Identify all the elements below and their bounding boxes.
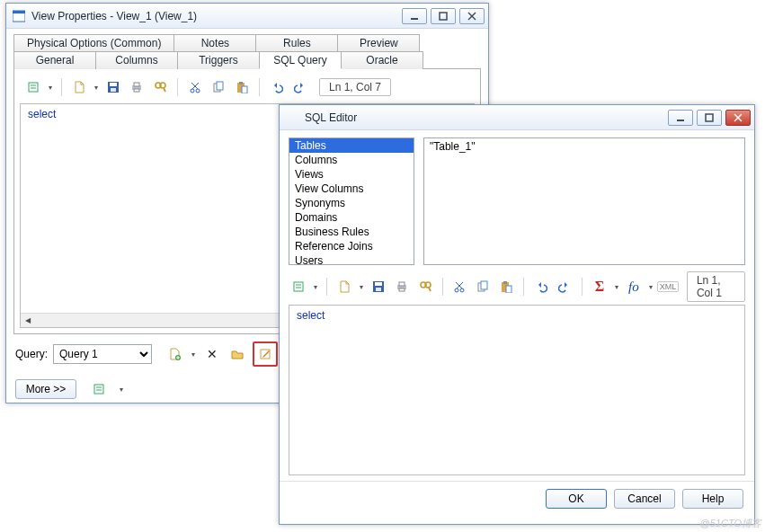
list-item[interactable]: Domains xyxy=(289,210,414,225)
list-item[interactable]: Synonyms xyxy=(289,196,414,210)
sigma-icon[interactable]: Σ xyxy=(590,277,609,297)
svg-rect-10 xyxy=(110,83,117,86)
svg-rect-38 xyxy=(294,282,303,291)
object-item[interactable]: "Table_1" xyxy=(430,140,739,153)
new-query-dropdown[interactable]: ▾ xyxy=(190,350,197,359)
minimize-button[interactable] xyxy=(402,8,427,24)
svg-line-21 xyxy=(191,83,198,89)
sql-editor-titlebar: . SQL Editor xyxy=(280,105,754,130)
svg-point-50 xyxy=(455,288,458,292)
se-paste-icon[interactable] xyxy=(496,277,516,297)
se-cursor-status: Ln 1, Col 1 xyxy=(687,271,745,302)
window-icon xyxy=(12,9,26,23)
svg-rect-11 xyxy=(111,88,116,92)
more-button[interactable]: More >> xyxy=(15,379,76,399)
format-menu-icon[interactable] xyxy=(23,77,43,97)
se-cut-icon[interactable] xyxy=(449,277,469,297)
se-code-content: select xyxy=(297,309,325,322)
tab-oracle[interactable]: Oracle xyxy=(341,51,423,69)
query-label: Query: xyxy=(15,348,48,360)
list-item[interactable]: Business Rules xyxy=(289,225,414,239)
svg-rect-55 xyxy=(481,281,487,289)
tab-sql-query[interactable]: SQL Query xyxy=(259,51,342,69)
svg-line-52 xyxy=(457,282,463,288)
cut-icon[interactable] xyxy=(185,77,205,97)
svg-rect-14 xyxy=(134,89,139,92)
se-redo-icon[interactable] xyxy=(555,277,574,297)
fo-dropdown[interactable]: ▾ xyxy=(647,283,654,291)
se-print-icon[interactable] xyxy=(392,277,412,297)
list-item[interactable]: Reference Joins xyxy=(289,239,414,253)
svg-rect-45 xyxy=(399,282,405,286)
se-format-menu-icon[interactable] xyxy=(289,277,308,297)
view-properties-titlebar: View Properties - View_1 (View_1) xyxy=(6,4,488,29)
print-icon[interactable] xyxy=(127,77,147,97)
se-maximize-button[interactable] xyxy=(697,110,722,126)
svg-point-19 xyxy=(196,89,200,93)
list-item[interactable]: Columns xyxy=(289,153,414,167)
new-query-icon[interactable] xyxy=(165,344,184,364)
list-item[interactable]: Tables xyxy=(289,138,414,153)
list-item[interactable]: Views xyxy=(289,167,414,182)
tab-row-1: Physical Options (Common) Notes Rules Pr… xyxy=(13,34,481,51)
svg-rect-57 xyxy=(503,281,507,284)
undo-icon[interactable] xyxy=(267,77,287,97)
save-icon[interactable] xyxy=(103,77,123,97)
se-close-button[interactable] xyxy=(725,110,751,126)
open-query-folder-icon[interactable] xyxy=(227,344,247,364)
tab-triggers[interactable]: Triggers xyxy=(177,51,260,69)
svg-line-53 xyxy=(456,282,462,288)
tab-rules[interactable]: Rules xyxy=(255,34,338,51)
redo-icon[interactable] xyxy=(290,77,310,97)
tab-physical-options[interactable]: Physical Options (Common) xyxy=(13,34,174,51)
fo-icon[interactable]: fo xyxy=(624,277,644,297)
tab-notes[interactable]: Notes xyxy=(173,34,256,51)
svg-rect-3 xyxy=(440,13,447,20)
list-item[interactable]: View Columns xyxy=(289,182,414,196)
paste-icon[interactable] xyxy=(232,77,252,97)
edit-query-highlight xyxy=(253,341,278,367)
edit-query-button[interactable] xyxy=(255,344,275,364)
se-undo-icon[interactable] xyxy=(531,277,551,297)
code-content: select xyxy=(28,108,56,120)
se-save-icon[interactable] xyxy=(369,277,388,297)
svg-rect-25 xyxy=(239,82,243,84)
se-copy-icon[interactable] xyxy=(473,277,493,297)
watermark: @51CTO博客 xyxy=(700,517,761,530)
page-options-dropdown[interactable]: ▾ xyxy=(93,84,100,92)
sql-editor-window: . SQL Editor Tables Columns Views View C… xyxy=(279,104,755,525)
close-button[interactable] xyxy=(459,8,485,24)
sigma-dropdown[interactable]: ▾ xyxy=(613,283,620,291)
se-minimize-button[interactable] xyxy=(668,110,693,126)
list-item[interactable]: Users xyxy=(289,253,414,265)
se-format-menu-dropdown[interactable]: ▾ xyxy=(312,283,319,291)
se-ok-button[interactable]: OK xyxy=(546,489,607,509)
svg-rect-43 xyxy=(376,288,381,291)
format-menu-dropdown[interactable]: ▾ xyxy=(47,84,54,92)
tab-preview[interactable]: Preview xyxy=(337,34,420,51)
footer-options-icon[interactable] xyxy=(89,379,109,399)
se-help-button[interactable]: Help xyxy=(682,489,743,509)
svg-rect-13 xyxy=(134,83,139,86)
copy-icon[interactable] xyxy=(209,77,228,97)
footer-options-dropdown[interactable]: ▾ xyxy=(118,386,125,394)
svg-rect-1 xyxy=(13,11,25,13)
se-find-icon[interactable] xyxy=(415,277,435,297)
find-icon[interactable] xyxy=(150,77,170,97)
scroll-left-icon[interactable]: ◀ xyxy=(21,315,35,327)
tab-columns[interactable]: Columns xyxy=(95,51,178,69)
xml-icon[interactable]: XML xyxy=(658,277,678,297)
se-editor-toolbar: ▾ ▾ Σ▾ fo▾ X xyxy=(280,269,754,305)
se-sql-code-editor[interactable]: select xyxy=(289,305,745,475)
tab-general[interactable]: General xyxy=(13,51,96,69)
delete-query-button[interactable]: ✕ xyxy=(202,344,222,364)
category-listbox[interactable]: Tables Columns Views View Columns Synony… xyxy=(289,137,414,265)
object-listbox[interactable]: "Table_1" xyxy=(423,137,745,265)
se-page-options-dropdown[interactable]: ▾ xyxy=(358,283,365,291)
maximize-button[interactable] xyxy=(431,8,456,24)
se-page-options-icon[interactable] xyxy=(334,277,354,297)
query-select[interactable]: Query 1 xyxy=(53,344,152,364)
page-options-icon[interactable] xyxy=(69,77,89,97)
se-cancel-button[interactable]: Cancel xyxy=(614,489,675,509)
svg-line-17 xyxy=(164,88,165,92)
